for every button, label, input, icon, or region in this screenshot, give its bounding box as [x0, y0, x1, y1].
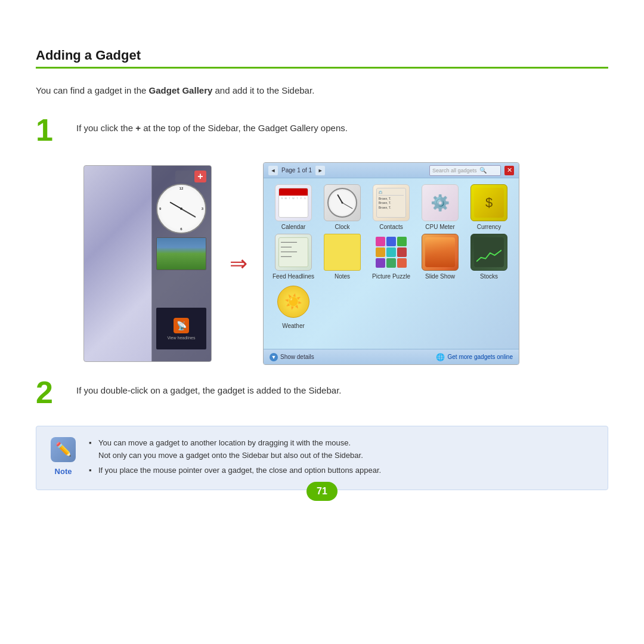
cal-d: T: [296, 197, 299, 200]
gadget-icon-stocks: [470, 234, 507, 271]
notes-inner: [327, 237, 357, 267]
close-buttons: [175, 171, 193, 182]
puzzle-grid: [376, 237, 407, 268]
step1-bold: +: [135, 123, 141, 133]
p5: [386, 247, 396, 257]
note-icon-symbol: ✏️: [55, 442, 72, 457]
clock-min-hand: [181, 208, 196, 217]
feed-label: View headlines: [168, 336, 196, 340]
contacts-header: 📇: [379, 190, 404, 196]
step-1-images: + 12 3 6 9: [83, 162, 608, 365]
gallery-right-controls: Search all gadgets 🔍 ✕: [429, 165, 514, 176]
gadget-item-cpu[interactable]: ⚙️ CPU Meter: [417, 184, 463, 230]
stocks-chart: [476, 247, 501, 265]
sidebar-inner: + 12 3 6 9: [151, 166, 211, 361]
c2: Brown, T.: [379, 201, 404, 206]
gadget-item-clock[interactable]: Clock: [320, 184, 365, 230]
gadget-item-notes[interactable]: Notes: [320, 234, 365, 280]
gadget-label-notes: Notes: [335, 273, 350, 280]
gadget-item-feed[interactable]: ━━━━━━━━━ ━━━━━━ ━━━━━━━━━ ━━━━━━ Feed H…: [271, 234, 316, 280]
gadget-item-puzzle[interactable]: Picture Puzzle: [369, 234, 414, 280]
step-1-number: 1: [36, 114, 64, 145]
page-title: Adding a Gadget: [36, 48, 608, 63]
gallery-close-btn[interactable]: ✕: [504, 166, 514, 175]
gallery-search-icon[interactable]: 🔍: [479, 167, 487, 174]
get-more-area[interactable]: 🌐 Get more gadgets online: [436, 353, 513, 361]
p4: [376, 247, 385, 257]
gadget-item-weather[interactable]: ☀️ Weather: [271, 283, 316, 329]
gadget-grid: S M T W T F S Calendar: [264, 178, 519, 335]
gadget-item-calendar[interactable]: S M T W T F S Calendar: [271, 184, 316, 230]
intro-bold: Gadget Gallery: [149, 85, 213, 95]
p2: [386, 237, 396, 246]
gallery-footer: ▼ Show details 🌐 Get more gadgets online: [264, 349, 519, 364]
page-number: 71: [306, 482, 338, 501]
p8: [386, 258, 396, 268]
cal-d: M: [284, 197, 287, 200]
right-arrow-icon: ⇒: [230, 251, 245, 276]
step-2-text: If you double-click on a gadget, the gad…: [76, 377, 342, 395]
gallery-prev-btn[interactable]: ◄: [268, 166, 278, 175]
step-1-container: 1 If you click the + at the top of the S…: [36, 114, 608, 145]
gallery-titlebar: ◄ Page 1 of 1 ► Search all gadgets 🔍 ✕: [264, 163, 519, 178]
currency-symbol: $: [485, 195, 493, 210]
feed-widget: 📡 View headlines: [156, 308, 206, 349]
gadget-icon-feed: ━━━━━━━━━ ━━━━━━ ━━━━━━━━━ ━━━━━━: [275, 234, 312, 271]
gadget-icon-weather: ☀️: [275, 283, 312, 320]
gadget-label-currency: Currency: [477, 224, 501, 230]
note-list: You can move a gadget to another locatio…: [89, 437, 381, 476]
feed-lines: ━━━━━━━━━ ━━━━━━ ━━━━━━━━━ ━━━━━━: [281, 240, 306, 259]
get-more-link-icon: 🌐: [436, 353, 445, 361]
weather-icon: ☀️: [284, 293, 302, 310]
clock-face: 12 3 6 9: [157, 185, 205, 233]
step1-text-start: If you click the: [76, 123, 133, 133]
gadget-item-currency[interactable]: $ Currency: [466, 184, 512, 230]
note-icon: ✏️: [51, 437, 76, 462]
cal-d: W: [292, 197, 295, 200]
note-icon-area: ✏️ Note: [48, 437, 78, 476]
step-2-container: 2 If you double-click on a gadget, the g…: [36, 377, 608, 408]
plus-button[interactable]: +: [194, 171, 206, 182]
gadget-icon-cpu: ⚙️: [422, 184, 459, 221]
gallery-next-btn[interactable]: ►: [315, 166, 325, 175]
gadget-item-contacts[interactable]: 📇 Brown, T. Brown, T. Brown, T. Contacts: [369, 184, 414, 230]
gallery-screenshot: ◄ Page 1 of 1 ► Search all gadgets 🔍 ✕: [263, 162, 519, 365]
note-item-2: If you place the mouse pointer over a ga…: [89, 465, 381, 477]
show-details-area[interactable]: ▼ Show details: [270, 353, 314, 361]
p7: [376, 258, 385, 268]
gadget-icon-puzzle: [373, 234, 410, 271]
note-label: Note: [55, 467, 72, 476]
p9: [397, 258, 407, 268]
step-1-text: If you click the + at the top of the Sid…: [76, 114, 348, 133]
calendar-header: [279, 188, 308, 196]
gadget-label-puzzle: Picture Puzzle: [372, 273, 410, 280]
fl4: ━━━━━━: [281, 254, 306, 259]
clock-widget: 12 3 6 9: [156, 184, 206, 234]
photo-widget: [156, 237, 206, 270]
show-details-label: Show details: [280, 354, 314, 360]
cpu-emoji: ⚙️: [431, 194, 450, 212]
clock-g-center: [342, 202, 343, 204]
sidebar-screenshot: + 12 3 6 9: [83, 165, 212, 362]
clock-g-min: [342, 203, 353, 209]
gadget-item-stocks[interactable]: Stocks: [466, 234, 512, 280]
gadget-icon-notes: [324, 234, 361, 271]
page-container: Adding a Gadget You can find a gadget in…: [0, 0, 644, 514]
fl2: ━━━━━━: [281, 244, 306, 249]
clock-gadget-face: [327, 188, 357, 218]
photo-tree: [157, 238, 206, 270]
intro-text-start: You can find a gadget in the: [36, 85, 146, 95]
gallery-search-placeholder: Search all gadgets: [432, 168, 477, 174]
gadget-label-stocks: Stocks: [480, 273, 498, 280]
clock-9: 9: [159, 207, 161, 210]
rss-symbol: 📡: [177, 321, 187, 330]
intro-text-end: and add it to the Sidebar.: [215, 85, 315, 95]
gadget-icon-contacts: 📇 Brown, T. Brown, T. Brown, T.: [373, 184, 410, 221]
step-2-number: 2: [36, 377, 64, 408]
c1: Brown, T.: [379, 197, 404, 202]
fl1: ━━━━━━━━━: [281, 240, 306, 244]
gadget-item-slideshow[interactable]: Slide Show: [417, 234, 463, 280]
gallery-search-box[interactable]: Search all gadgets 🔍: [429, 165, 501, 176]
show-details-icon: ▼: [270, 353, 278, 361]
p3: [397, 237, 407, 246]
